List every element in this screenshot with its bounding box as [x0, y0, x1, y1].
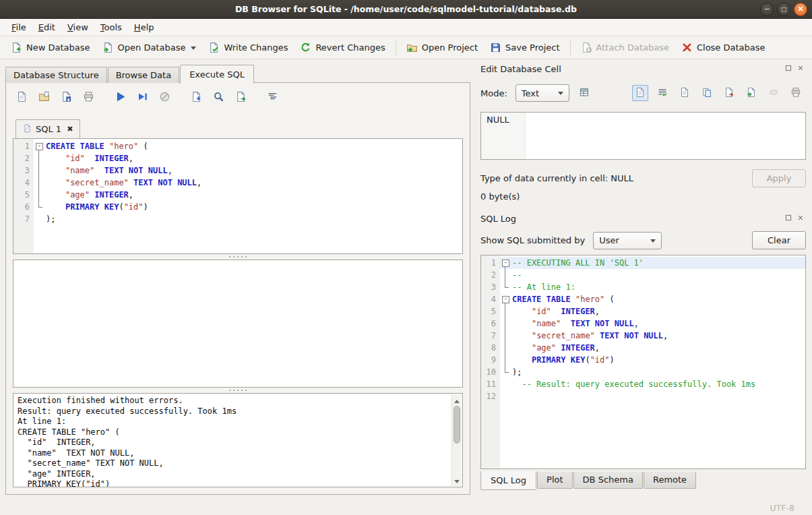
new-database-button[interactable]: New Database [5, 38, 96, 57]
dropdown-caret-icon [191, 47, 196, 53]
sql-log-view[interactable]: 1-- EXECUTING ALL IN 'SQL 1'2--3-- At li… [480, 255, 806, 469]
sql-log-header: SQL Log [480, 212, 806, 225]
execution-message-pane[interactable]: Execution finished without errors.Result… [13, 393, 463, 487]
mode-value: Text [522, 88, 539, 98]
message-line: Execution finished without errors. [18, 396, 449, 406]
copy-button[interactable] [699, 85, 715, 101]
maximize-button[interactable]: □ [777, 3, 790, 16]
menu-view[interactable]: View [61, 20, 94, 34]
cell-size-text: 0 byte(s) [480, 191, 520, 202]
chevron-down-icon [650, 239, 656, 245]
tab-db-schema[interactable]: DB Schema [573, 472, 643, 489]
revert-changes-icon [300, 42, 311, 53]
execute-all-button[interactable] [113, 90, 127, 105]
float-panel-icon[interactable] [784, 64, 794, 73]
tab-execute-sql[interactable]: Execute SQL [180, 65, 254, 84]
scrollbar[interactable] [451, 394, 462, 486]
code-text: "id" INTEGER, [511, 305, 805, 317]
sql-log-filter-row: Show SQL submitted by User Clear [480, 231, 806, 250]
menu-help[interactable]: Help [128, 20, 160, 34]
text-mode-button[interactable] [632, 85, 648, 101]
tab-database-structure[interactable]: Database Structure [5, 67, 107, 83]
close-icon: × [794, 3, 807, 15]
window-title: DB Browser for SQLite - /home/user/code/… [0, 0, 812, 19]
save-project-button[interactable]: Save Project [484, 38, 566, 57]
new-tab-icon [16, 91, 28, 104]
mode-combobox[interactable]: Text [516, 84, 569, 102]
import-file-icon [746, 87, 757, 100]
tab-plot[interactable]: Plot [537, 472, 573, 489]
open-database-button[interactable]: Open Database [96, 38, 203, 57]
scroll-down-icon[interactable] [452, 476, 462, 485]
code-text: -- [511, 269, 805, 281]
execute-line-button[interactable] [135, 90, 150, 105]
fold-toggle-icon[interactable] [500, 257, 511, 269]
save-sql-button[interactable] [59, 90, 73, 105]
export-sql-button[interactable] [233, 90, 248, 105]
line-number: 4 [481, 293, 500, 305]
find-button[interactable] [211, 90, 226, 105]
save-project-icon [490, 42, 501, 53]
button-label: New Database [26, 42, 90, 53]
export-file-button[interactable] [721, 85, 737, 101]
close-button[interactable]: × [794, 3, 807, 16]
print-button[interactable] [81, 90, 96, 105]
float-panel-icon[interactable] [784, 214, 794, 223]
sql-editor[interactable]: 1CREATE TABLE "hero" (2 "id" INTEGER,3 "… [13, 138, 463, 254]
save-results-button[interactable] [189, 90, 204, 105]
message-line: "age" INTEGER, [18, 469, 449, 480]
tab-remote[interactable]: Remote [644, 472, 696, 489]
execute-line-icon [137, 91, 148, 104]
edit-cell-header: Edit Database Cell [480, 62, 806, 75]
menu-file[interactable]: File [5, 20, 32, 34]
menu-tools[interactable]: Tools [94, 20, 128, 34]
attach-database-button[interactable]: Attach Database [575, 38, 675, 57]
open-sql-button[interactable] [36, 90, 51, 105]
close-database-button[interactable]: Close Database [675, 38, 772, 57]
code-line: 7 "secret_name" TEXT NOT NULL, [481, 330, 805, 342]
open-doc-button[interactable] [677, 85, 693, 101]
filter-label: Show SQL submitted by [480, 235, 585, 245]
scrollbar-thumb[interactable] [454, 406, 460, 444]
format-button[interactable] [265, 90, 280, 105]
submitter-combobox[interactable]: User [593, 232, 662, 249]
fold-toggle-icon[interactable] [34, 140, 44, 152]
write-changes-button[interactable]: Write Changes [202, 38, 294, 57]
menu-edit[interactable]: Edit [32, 20, 61, 34]
new-tab-button[interactable] [14, 90, 29, 105]
close-panel-icon[interactable] [797, 64, 806, 73]
clear-button[interactable]: Clear [752, 231, 806, 249]
mode-label: Mode: [480, 88, 507, 98]
code-text: "age" INTEGER, [44, 189, 462, 201]
execute-sql-panel: SQL 1 ✖ 1CREATE TABLE "hero" (2 "id" INT… [5, 82, 470, 495]
open-project-button[interactable]: Open Project [400, 38, 484, 57]
tab-sql-1[interactable]: SQL 1 ✖ [15, 119, 80, 138]
tab-browse-data[interactable]: Browse Data [108, 67, 180, 83]
code-text [511, 390, 805, 402]
minimize-button[interactable]: − [760, 3, 774, 16]
close-tab-icon[interactable]: ✖ [67, 125, 73, 133]
fold-toggle-icon[interactable] [500, 293, 511, 305]
set-null-button[interactable] [766, 85, 782, 101]
revert-changes-button[interactable]: Revert Changes [294, 38, 391, 57]
cell-editor[interactable]: NULL [480, 112, 806, 160]
tab-sql-log[interactable]: SQL Log [480, 471, 536, 490]
message-line: PRIMARY KEY("id") [18, 479, 449, 487]
word-wrap-button[interactable] [654, 85, 670, 101]
auto-switch-mode-button[interactable] [576, 85, 592, 101]
splitter-handle[interactable] [6, 254, 470, 260]
execution-messages: Execution finished without errors.Result… [13, 394, 462, 487]
stop-button[interactable] [157, 90, 172, 105]
splitter-handle[interactable] [6, 388, 470, 393]
scroll-up-icon[interactable] [452, 395, 462, 404]
print-button[interactable] [788, 85, 804, 101]
line-number: 6 [13, 201, 34, 213]
import-file-button[interactable] [743, 85, 759, 101]
line-number: 8 [481, 342, 500, 354]
button-label: Write Changes [224, 42, 288, 53]
titlebar[interactable]: DB Browser for SQLite - /home/user/code/… [0, 0, 812, 19]
code-text: "age" INTEGER, [511, 342, 805, 354]
close-panel-icon[interactable] [797, 214, 806, 223]
code-line: 12 [481, 390, 805, 402]
apply-button[interactable]: Apply [752, 169, 806, 187]
